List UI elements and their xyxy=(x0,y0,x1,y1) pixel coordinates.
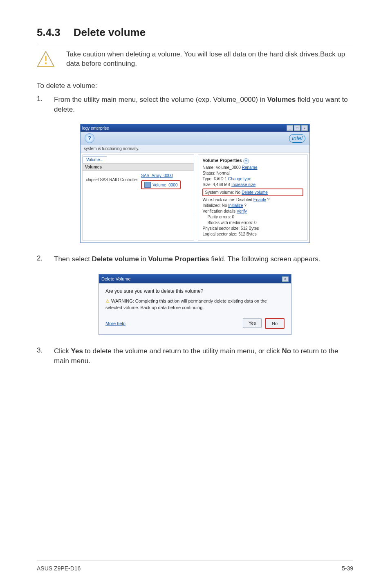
step-3: 3. Click Yes to delete the volume and re… xyxy=(37,346,353,366)
props-title: Volume Properties? xyxy=(202,158,303,164)
step-number: 3. xyxy=(37,346,44,366)
svg-rect-2 xyxy=(45,56,47,61)
step2-post: field. The following screen appears. xyxy=(209,255,321,263)
intel-logo: intel xyxy=(289,134,305,143)
warning-icon: ⚠ xyxy=(105,298,110,303)
close-icon[interactable]: × xyxy=(301,125,308,131)
step-number: 2. xyxy=(37,254,44,264)
prop-size: Size: 4,468 MB Increase size xyxy=(202,182,303,187)
left-pane: Volume... Volumes chipset SAS RAID Contr… xyxy=(82,154,194,241)
delete-volume-link[interactable]: Delete volume xyxy=(242,190,268,195)
dialog-warning-text: WARNING: Completing this action will per… xyxy=(105,298,267,310)
pane-divider[interactable] xyxy=(196,154,196,215)
verify-link[interactable]: Verify xyxy=(237,209,247,213)
caution-text: Take caution when deleting a volume. You… xyxy=(66,50,353,69)
rename-link[interactable]: Rename xyxy=(242,165,258,170)
step2-pre: Then select xyxy=(54,255,92,263)
prop-type: Type: RAID 1 Change type xyxy=(202,177,303,181)
prop-status: Status: Normal xyxy=(202,171,303,175)
app-titlebar: logy enterprise _ □ × xyxy=(81,124,309,132)
step3-b1: Yes xyxy=(71,347,83,355)
svg-point-3 xyxy=(45,63,47,65)
dialog-titlebar: Delete Volume × xyxy=(99,274,291,283)
enable-link[interactable]: Enable xyxy=(253,197,266,202)
wbc-help-icon[interactable]: ? xyxy=(267,197,270,202)
delete-volume-highlight: System volume: No Delete volume xyxy=(202,189,303,196)
section-number: 5.4.3 xyxy=(37,26,61,39)
volumes-column-header: Volumes xyxy=(83,163,194,171)
step2-b1: Delete volume xyxy=(92,255,139,263)
prop-verification: Verification details Verify xyxy=(202,209,303,213)
change-type-link[interactable]: Change type xyxy=(228,177,251,181)
volume-tab[interactable]: Volume... xyxy=(83,156,107,163)
step-number: 1. xyxy=(37,95,44,114)
help-icon[interactable]: ? xyxy=(85,133,94,143)
step1-bold: Volumes xyxy=(267,96,296,103)
increase-size-link[interactable]: Increase size xyxy=(231,182,256,187)
prop-system-volume: System volume: No Delete volume xyxy=(205,190,301,195)
step-body: From the utility main menu, select the v… xyxy=(54,95,353,114)
step-body: Click Yes to delete the volume and retur… xyxy=(54,346,353,366)
step-2: 2. Then select Delete volume in Volume P… xyxy=(37,254,353,264)
minimize-icon[interactable]: _ xyxy=(287,125,293,131)
app-title: logy enterprise xyxy=(82,126,109,130)
step-body: Then select Delete volume in Volume Prop… xyxy=(54,254,353,264)
props-help-icon[interactable]: ? xyxy=(243,158,249,164)
yes-button[interactable]: Yes xyxy=(243,318,262,328)
prop-log-sector: Logical sector size: 512 Bytes xyxy=(202,232,303,236)
maximize-icon[interactable]: □ xyxy=(294,125,300,131)
prop-write-back-cache: Write-back cache: Disabled Enable ? xyxy=(202,197,303,202)
initialize-link[interactable]: Initialize xyxy=(228,203,243,208)
step1-pre: From the utility main menu, select the v… xyxy=(54,96,267,103)
app-header: ? intel xyxy=(81,132,309,145)
more-help-link[interactable]: More help xyxy=(105,321,126,326)
intro-text: To delete a volume: xyxy=(37,81,353,91)
section-title: Delete volume xyxy=(74,26,146,39)
dialog-close-icon[interactable]: × xyxy=(282,276,289,282)
volume-chip[interactable]: Volume_0000 xyxy=(141,180,181,189)
step2-mid: in xyxy=(139,255,148,263)
dialog-title: Delete Volume xyxy=(101,276,131,281)
app-window: logy enterprise _ □ × ? intel system is … xyxy=(80,124,310,243)
init-help-icon[interactable]: ? xyxy=(244,203,247,208)
prop-blocks: Blocks with media errors: 0 xyxy=(207,220,303,225)
no-button[interactable]: No xyxy=(265,318,285,329)
footer-product: ASUS Z9PE-D16 xyxy=(37,565,81,572)
caution-note: Take caution when deleting a volume. You… xyxy=(37,50,353,70)
caution-icon xyxy=(37,50,55,70)
prop-phys-sector: Physical sector size: 512 Bytes xyxy=(202,226,303,231)
properties-pane: Volume Properties? Name: Volume_0000 Ren… xyxy=(198,154,308,241)
step3-b2: No xyxy=(282,347,291,355)
dialog-question: Are you sure you want to delete this vol… xyxy=(105,288,285,294)
section-heading: 5.4.3 Delete volume xyxy=(37,26,353,44)
status-band: system is functioning normally. xyxy=(81,145,309,153)
step-1: 1. From the utility main menu, select th… xyxy=(37,95,353,114)
volume-chip-label: Volume_0000 xyxy=(152,183,177,187)
prop-name: Name: Volume_0000 Rename xyxy=(202,165,303,170)
delete-dialog: Delete Volume × Are you sure you want to… xyxy=(99,274,291,335)
dialog-warning: ⚠WARNING: Completing this action will pe… xyxy=(105,298,285,311)
window-controls: _ □ × xyxy=(287,125,308,131)
sas-array-link[interactable]: SAS_Array_0000 xyxy=(141,173,191,178)
footer-page-number: 5-39 xyxy=(342,565,353,572)
step3-p2: to delete the volume and return to the u… xyxy=(83,347,282,355)
props-title-text: Volume Properties xyxy=(202,158,242,163)
controller-label: chipset SAS RAID Controller xyxy=(86,173,138,182)
step3-p1: Click xyxy=(54,347,71,355)
step2-b2: Volume Properties xyxy=(148,255,209,263)
prop-initialized: Initialized: No Initialize ? xyxy=(202,203,303,208)
prop-parity: Parity errors: 0 xyxy=(207,215,303,219)
page-footer: ASUS Z9PE-D16 5-39 xyxy=(37,561,353,572)
volume-icon xyxy=(144,182,151,188)
